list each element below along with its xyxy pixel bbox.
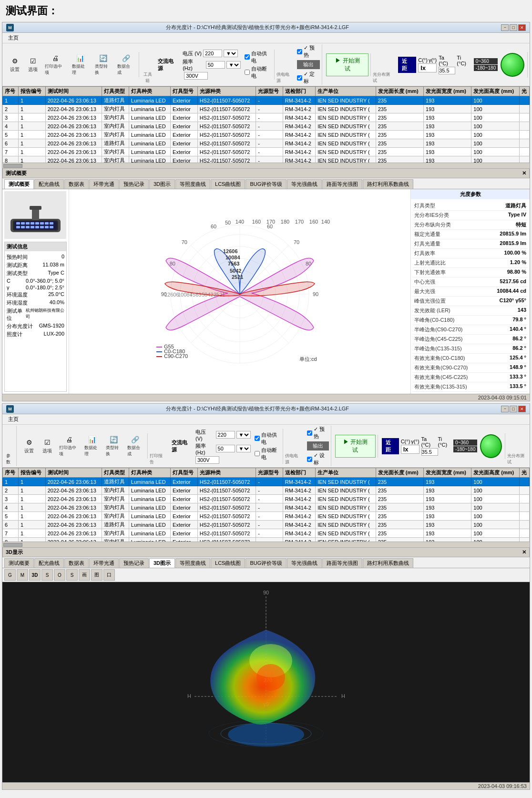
print-btn-2[interactable]: 🖨 打印选中项 <box>57 433 81 459</box>
tab-summary-2[interactable]: 测试概要 <box>4 558 34 568</box>
tab-3d[interactable]: 3D图示 <box>149 179 175 189</box>
auto-power-check-2[interactable] <box>255 436 260 441</box>
type-convert-btn-2[interactable]: 🔄 类型转换 <box>103 433 124 459</box>
freq-select-2[interactable]: ▼ <box>236 445 251 452</box>
cell-source-type: HS2-(011507-505072 <box>197 139 256 148</box>
tab-isolux-2[interactable]: 等照度曲线 <box>175 558 210 568</box>
table-row[interactable]: 4 1 2022-04-26 23:06:13 室内灯具 Luminaria L… <box>3 122 530 131</box>
icon-3d-draw[interactable]: 画 <box>79 569 90 581</box>
freq-input-2[interactable] <box>216 445 235 452</box>
tab-data-2[interactable]: 数据表 <box>64 558 89 568</box>
icon-3d-box[interactable]: 口 <box>103 569 115 581</box>
icon-3d-s2[interactable]: S <box>66 569 78 581</box>
tab-lcs[interactable]: LCS曲线图 <box>211 179 245 189</box>
table-row[interactable]: 8 1 2022-04-26 23:06:13 室内灯具 Luminaria L… <box>3 156 530 163</box>
options-btn-2[interactable]: ☑ 选项 <box>39 436 56 456</box>
tab-road-2[interactable]: 路面等光强图 <box>322 558 362 568</box>
icon-3d-o[interactable]: O <box>54 569 65 581</box>
table-row[interactable]: 6 1 2022-04-26 23:06:13 道路灯具 Luminaria L… <box>3 139 530 148</box>
preheat-check-2[interactable] <box>307 430 312 436</box>
table-scroll[interactable]: 序号 报告编号 测试时间 灯具类型 灯具种类 灯具型号 光源种类 光源型号 送检… <box>2 86 530 163</box>
close-btn-2[interactable]: ✕ <box>518 406 526 412</box>
voltage-select-2[interactable]: ▼ <box>236 431 251 439</box>
icon-3d-g[interactable]: G <box>4 569 16 581</box>
minimize-btn[interactable]: － <box>501 24 509 31</box>
calibrate-check-2[interactable] <box>307 457 312 462</box>
tab-preheat[interactable]: 预热记录 <box>119 179 149 189</box>
tab-data[interactable]: 数据表 <box>64 179 89 189</box>
tab-lightcurve[interactable]: 配光曲线 <box>34 179 64 189</box>
print-btn[interactable]: 🖨 打印选中项 <box>42 52 69 77</box>
temp-input[interactable] <box>439 67 455 74</box>
settings-btn[interactable]: ⚙ 设置 <box>6 55 23 74</box>
tab-lightcurve-2[interactable]: 配光曲线 <box>34 558 64 568</box>
hscroll-2[interactable] <box>2 542 530 547</box>
auto-shutdown-check-2[interactable] <box>255 451 260 456</box>
auto-shutdown-check[interactable] <box>245 70 250 75</box>
tab-util[interactable]: 路灯利用系数曲线 <box>363 179 413 189</box>
tab-isolux[interactable]: 等照度曲线 <box>175 179 210 189</box>
table-row[interactable]: 1 1 2022-04-26 23:06:13 道路灯具 Luminaria L… <box>3 96 530 105</box>
icon-3d-3d[interactable]: 3D <box>29 569 41 581</box>
table-row[interactable]: 8 1 2022-04-26 23:06:13 室内灯具 Luminaria L… <box>3 538 530 542</box>
table-row[interactable]: 2 1 2022-04-26 23:06:13 室内灯具 Luminaria L… <box>3 486 530 495</box>
table-row[interactable]: 6 1 2022-04-26 23:06:13 道路灯具 Luminaria L… <box>3 521 530 529</box>
test-info-title: 测试信息 <box>5 242 66 251</box>
freq-input[interactable] <box>206 61 225 69</box>
table-row[interactable]: 7 1 2022-04-26 23:06:13 室内灯具 Luminaria L… <box>3 529 530 538</box>
icon-3d-s[interactable]: S <box>41 569 53 581</box>
voltage-select[interactable]: ▼ <box>224 50 238 57</box>
tab-bug[interactable]: BUG评价等级 <box>246 179 286 189</box>
voltage-input-2[interactable] <box>216 431 235 439</box>
icon-3d-chart[interactable]: 图 <box>91 569 102 581</box>
menu-main-2[interactable]: 主页 <box>6 415 20 423</box>
tab-road[interactable]: 路面等光强图 <box>322 179 362 189</box>
cell-height: 100 <box>471 131 519 139</box>
auto-power-check[interactable] <box>245 54 250 60</box>
table-row[interactable]: 7 1 2022-04-26 23:06:13 室内灯具 Luminaria L… <box>3 148 530 156</box>
table-row[interactable]: 5 1 2022-04-26 23:06:13 室内灯具 Luminaria L… <box>3 131 530 139</box>
table-row[interactable]: 4 1 2022-04-26 23:06:13 室内灯具 Luminaria L… <box>3 503 530 512</box>
start-test-btn[interactable]: ▶ 开始测试 <box>326 53 368 76</box>
data-merge-btn-2[interactable]: 🔗 数据合成 <box>125 433 145 459</box>
close-bottom-2[interactable]: ✕ <box>522 549 526 555</box>
tab-bug-2[interactable]: BUG评价等级 <box>246 558 286 568</box>
table-row[interactable]: 2 1 2022-04-26 23:06:13 室内灯具 Luminaria L… <box>3 105 530 113</box>
tab-lcs-2[interactable]: LCS曲线图 <box>211 558 245 568</box>
maximize-btn[interactable]: □ <box>510 24 517 31</box>
data-merge-btn[interactable]: 🔗 数据合成 <box>115 52 137 77</box>
freq-select[interactable]: ▼ <box>226 61 241 69</box>
table-row[interactable]: 5 1 2022-04-26 23:06:13 室内灯具 Luminaria L… <box>3 512 530 521</box>
table-row[interactable]: 3 1 2022-04-26 23:06:13 室内灯具 Luminaria L… <box>3 495 530 503</box>
tab-preheat-2[interactable]: 预热记录 <box>119 558 149 568</box>
data-proc-btn[interactable]: 📊 数据处理 <box>70 52 92 77</box>
type-convert-btn[interactable]: 🔄 类型转换 <box>92 52 114 77</box>
tab-isocd-2[interactable]: 等光强曲线 <box>287 558 322 568</box>
table-row[interactable]: 3 1 2022-04-26 23:06:13 室内灯具 Luminaria L… <box>3 113 530 122</box>
options-btn[interactable]: ☑ 选项 <box>24 55 41 74</box>
data-proc-btn-2[interactable]: 📊 数据处理 <box>82 433 102 459</box>
close-bottom[interactable]: ✕ <box>522 170 526 176</box>
minimize-btn-2[interactable]: － <box>501 406 509 412</box>
preheat-check[interactable] <box>297 49 302 54</box>
tab-3d-2[interactable]: 3D图示 <box>149 558 175 568</box>
tab-util-2[interactable]: 路灯利用系数曲线 <box>363 558 413 568</box>
voltage-input[interactable] <box>203 50 222 57</box>
start-test-btn-2[interactable]: ▶ 开始测试 <box>335 435 376 458</box>
menu-main[interactable]: 主页 <box>6 34 20 42</box>
table-scroll-2[interactable]: 序号 报告编号 测试时间 灯具类型 灯具种类 灯具型号 光源种类 光源型号 送检… <box>2 468 530 542</box>
maximize-btn-2[interactable]: □ <box>510 406 517 412</box>
icon-3d-m[interactable]: M <box>17 569 28 581</box>
tab-summary[interactable]: 测试概要 <box>4 179 34 189</box>
settings-btn-2[interactable]: ⚙ 设置 <box>20 436 38 456</box>
table-row[interactable]: 1 1 2022-04-26 23:06:13 道路灯具 Luminaria L… <box>3 478 530 486</box>
tab-ring-2[interactable]: 环带光通 <box>89 558 119 568</box>
tab-isocd[interactable]: 等光强曲线 <box>287 179 322 189</box>
temp-input-2[interactable] <box>421 448 438 456</box>
calibrate-check[interactable] <box>297 75 302 81</box>
tab-ring[interactable]: 环带光通 <box>89 179 119 189</box>
voltage2-input[interactable] <box>184 72 208 80</box>
voltage2-input-2[interactable] <box>195 456 219 464</box>
hscroll-1[interactable] <box>2 163 530 168</box>
close-btn[interactable]: ✕ <box>518 24 526 31</box>
